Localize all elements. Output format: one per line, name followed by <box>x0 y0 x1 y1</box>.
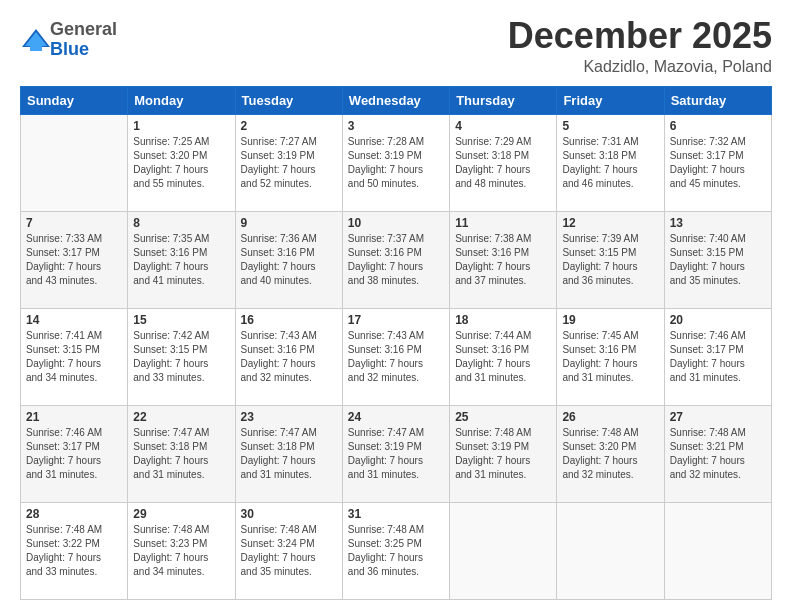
table-row: 14Sunrise: 7:41 AMSunset: 3:15 PMDayligh… <box>21 308 128 405</box>
day-number: 11 <box>455 216 551 230</box>
title-block: December 2025 Kadzidlo, Mazovia, Poland <box>508 16 772 76</box>
table-row: 16Sunrise: 7:43 AMSunset: 3:16 PMDayligh… <box>235 308 342 405</box>
day-number: 30 <box>241 507 337 521</box>
table-row: 29Sunrise: 7:48 AMSunset: 3:23 PMDayligh… <box>128 502 235 599</box>
table-row: 21Sunrise: 7:46 AMSunset: 3:17 PMDayligh… <box>21 405 128 502</box>
table-row: 17Sunrise: 7:43 AMSunset: 3:16 PMDayligh… <box>342 308 449 405</box>
table-row: 10Sunrise: 7:37 AMSunset: 3:16 PMDayligh… <box>342 211 449 308</box>
day-number: 26 <box>562 410 658 424</box>
calendar-week-row: 28Sunrise: 7:48 AMSunset: 3:22 PMDayligh… <box>21 502 772 599</box>
calendar-week-row: 14Sunrise: 7:41 AMSunset: 3:15 PMDayligh… <box>21 308 772 405</box>
table-row: 6Sunrise: 7:32 AMSunset: 3:17 PMDaylight… <box>664 114 771 211</box>
table-row: 18Sunrise: 7:44 AMSunset: 3:16 PMDayligh… <box>450 308 557 405</box>
table-row: 13Sunrise: 7:40 AMSunset: 3:15 PMDayligh… <box>664 211 771 308</box>
day-info: Sunrise: 7:44 AMSunset: 3:16 PMDaylight:… <box>455 329 551 385</box>
table-row <box>557 502 664 599</box>
day-info: Sunrise: 7:40 AMSunset: 3:15 PMDaylight:… <box>670 232 766 288</box>
day-info: Sunrise: 7:33 AMSunset: 3:17 PMDaylight:… <box>26 232 122 288</box>
day-info: Sunrise: 7:37 AMSunset: 3:16 PMDaylight:… <box>348 232 444 288</box>
calendar-week-row: 7Sunrise: 7:33 AMSunset: 3:17 PMDaylight… <box>21 211 772 308</box>
day-info: Sunrise: 7:25 AMSunset: 3:20 PMDaylight:… <box>133 135 229 191</box>
day-info: Sunrise: 7:27 AMSunset: 3:19 PMDaylight:… <box>241 135 337 191</box>
table-row: 12Sunrise: 7:39 AMSunset: 3:15 PMDayligh… <box>557 211 664 308</box>
day-info: Sunrise: 7:48 AMSunset: 3:20 PMDaylight:… <box>562 426 658 482</box>
day-info: Sunrise: 7:29 AMSunset: 3:18 PMDaylight:… <box>455 135 551 191</box>
day-number: 23 <box>241 410 337 424</box>
day-number: 27 <box>670 410 766 424</box>
day-number: 14 <box>26 313 122 327</box>
calendar-week-row: 21Sunrise: 7:46 AMSunset: 3:17 PMDayligh… <box>21 405 772 502</box>
day-info: Sunrise: 7:31 AMSunset: 3:18 PMDaylight:… <box>562 135 658 191</box>
table-row: 11Sunrise: 7:38 AMSunset: 3:16 PMDayligh… <box>450 211 557 308</box>
header-monday: Monday <box>128 86 235 114</box>
header-saturday: Saturday <box>664 86 771 114</box>
logo-icon <box>22 29 50 51</box>
day-info: Sunrise: 7:45 AMSunset: 3:16 PMDaylight:… <box>562 329 658 385</box>
day-info: Sunrise: 7:48 AMSunset: 3:24 PMDaylight:… <box>241 523 337 579</box>
day-number: 1 <box>133 119 229 133</box>
day-number: 6 <box>670 119 766 133</box>
table-row: 15Sunrise: 7:42 AMSunset: 3:15 PMDayligh… <box>128 308 235 405</box>
day-info: Sunrise: 7:48 AMSunset: 3:22 PMDaylight:… <box>26 523 122 579</box>
day-info: Sunrise: 7:38 AMSunset: 3:16 PMDaylight:… <box>455 232 551 288</box>
logo-text: General Blue <box>50 20 117 60</box>
day-info: Sunrise: 7:43 AMSunset: 3:16 PMDaylight:… <box>241 329 337 385</box>
day-number: 29 <box>133 507 229 521</box>
header-tuesday: Tuesday <box>235 86 342 114</box>
day-number: 5 <box>562 119 658 133</box>
day-info: Sunrise: 7:42 AMSunset: 3:15 PMDaylight:… <box>133 329 229 385</box>
day-info: Sunrise: 7:48 AMSunset: 3:21 PMDaylight:… <box>670 426 766 482</box>
day-info: Sunrise: 7:46 AMSunset: 3:17 PMDaylight:… <box>670 329 766 385</box>
day-number: 4 <box>455 119 551 133</box>
day-number: 17 <box>348 313 444 327</box>
day-info: Sunrise: 7:46 AMSunset: 3:17 PMDaylight:… <box>26 426 122 482</box>
day-number: 19 <box>562 313 658 327</box>
day-number: 21 <box>26 410 122 424</box>
day-info: Sunrise: 7:39 AMSunset: 3:15 PMDaylight:… <box>562 232 658 288</box>
day-info: Sunrise: 7:35 AMSunset: 3:16 PMDaylight:… <box>133 232 229 288</box>
day-number: 12 <box>562 216 658 230</box>
day-number: 7 <box>26 216 122 230</box>
table-row: 4Sunrise: 7:29 AMSunset: 3:18 PMDaylight… <box>450 114 557 211</box>
day-number: 2 <box>241 119 337 133</box>
day-info: Sunrise: 7:47 AMSunset: 3:18 PMDaylight:… <box>133 426 229 482</box>
day-number: 8 <box>133 216 229 230</box>
table-row: 23Sunrise: 7:47 AMSunset: 3:18 PMDayligh… <box>235 405 342 502</box>
header: General Blue December 2025 Kadzidlo, Maz… <box>20 16 772 76</box>
day-number: 9 <box>241 216 337 230</box>
page: General Blue December 2025 Kadzidlo, Maz… <box>0 0 792 612</box>
table-row: 24Sunrise: 7:47 AMSunset: 3:19 PMDayligh… <box>342 405 449 502</box>
header-wednesday: Wednesday <box>342 86 449 114</box>
header-thursday: Thursday <box>450 86 557 114</box>
table-row: 1Sunrise: 7:25 AMSunset: 3:20 PMDaylight… <box>128 114 235 211</box>
day-info: Sunrise: 7:48 AMSunset: 3:25 PMDaylight:… <box>348 523 444 579</box>
day-number: 13 <box>670 216 766 230</box>
day-number: 31 <box>348 507 444 521</box>
calendar-week-row: 1Sunrise: 7:25 AMSunset: 3:20 PMDaylight… <box>21 114 772 211</box>
table-row: 9Sunrise: 7:36 AMSunset: 3:16 PMDaylight… <box>235 211 342 308</box>
table-row: 30Sunrise: 7:48 AMSunset: 3:24 PMDayligh… <box>235 502 342 599</box>
day-number: 18 <box>455 313 551 327</box>
day-info: Sunrise: 7:32 AMSunset: 3:17 PMDaylight:… <box>670 135 766 191</box>
table-row: 22Sunrise: 7:47 AMSunset: 3:18 PMDayligh… <box>128 405 235 502</box>
day-number: 3 <box>348 119 444 133</box>
logo-general: General <box>50 19 117 39</box>
header-friday: Friday <box>557 86 664 114</box>
day-info: Sunrise: 7:41 AMSunset: 3:15 PMDaylight:… <box>26 329 122 385</box>
day-number: 25 <box>455 410 551 424</box>
table-row: 3Sunrise: 7:28 AMSunset: 3:19 PMDaylight… <box>342 114 449 211</box>
calendar-table: Sunday Monday Tuesday Wednesday Thursday… <box>20 86 772 600</box>
table-row: 19Sunrise: 7:45 AMSunset: 3:16 PMDayligh… <box>557 308 664 405</box>
table-row: 8Sunrise: 7:35 AMSunset: 3:16 PMDaylight… <box>128 211 235 308</box>
day-number: 28 <box>26 507 122 521</box>
table-row: 27Sunrise: 7:48 AMSunset: 3:21 PMDayligh… <box>664 405 771 502</box>
day-info: Sunrise: 7:48 AMSunset: 3:19 PMDaylight:… <box>455 426 551 482</box>
table-row <box>450 502 557 599</box>
day-info: Sunrise: 7:28 AMSunset: 3:19 PMDaylight:… <box>348 135 444 191</box>
day-info: Sunrise: 7:47 AMSunset: 3:18 PMDaylight:… <box>241 426 337 482</box>
table-row: 20Sunrise: 7:46 AMSunset: 3:17 PMDayligh… <box>664 308 771 405</box>
day-number: 24 <box>348 410 444 424</box>
month-title: December 2025 <box>508 16 772 56</box>
table-row <box>664 502 771 599</box>
day-number: 15 <box>133 313 229 327</box>
